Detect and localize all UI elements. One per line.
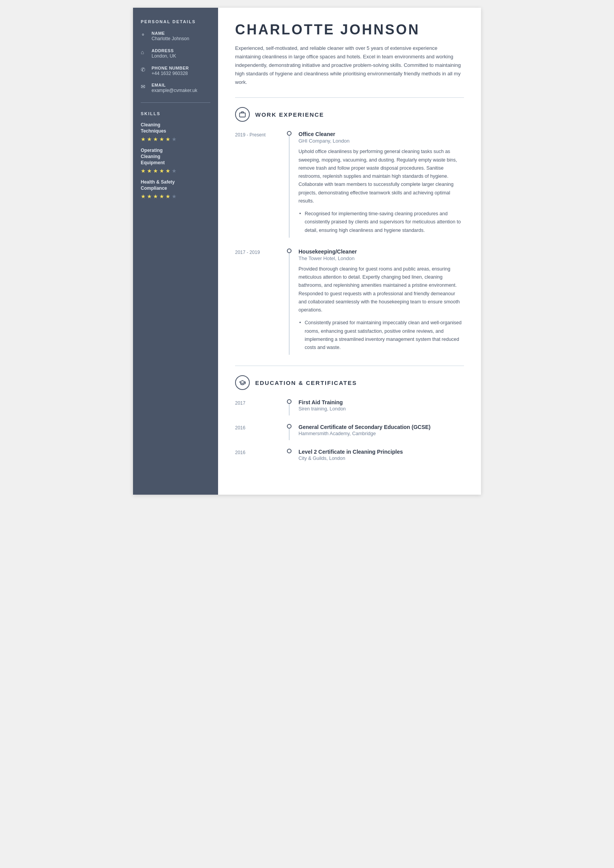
- job-desc-2: Provided thorough cleaning for guest roo…: [298, 265, 464, 315]
- timeline-dot-2: [287, 248, 292, 253]
- email-value: example@cvmaker.uk: [152, 87, 197, 94]
- edu-date-col-2: 2016: [235, 424, 285, 440]
- home-icon: ⌂: [141, 49, 148, 55]
- edu-year-3: 2016: [235, 450, 246, 455]
- star-1: ★: [141, 193, 146, 199]
- edu-dot-3: [287, 449, 292, 453]
- skill-stars-operating: ★ ★ ★ ★ ★ ★: [141, 168, 210, 174]
- sidebar-divider: [141, 102, 210, 103]
- job-content-2: Housekeeping/Cleaner The Tower Hotel, Lo…: [298, 248, 464, 355]
- edu-connector-3: [285, 449, 293, 461]
- email-detail: ✉ Email example@cvmaker.uk: [141, 83, 210, 94]
- job-date-2: 2017 - 2019: [235, 250, 260, 255]
- edu-line-1: [289, 404, 290, 415]
- timeline-connector-2: [285, 248, 293, 355]
- edu-content-3: Level 2 Certificate in Cleaning Principl…: [298, 449, 464, 461]
- job-content-1: Office Cleaner GHI Company, London Uphol…: [298, 131, 464, 238]
- edu-connector-1: [285, 399, 293, 415]
- main-content: CHARLOTTE JOHNSON Experienced, self-moti…: [218, 8, 481, 495]
- timeline-line-2: [289, 253, 290, 355]
- star-1: ★: [141, 136, 146, 142]
- job-company-1: GHI Company, London: [298, 138, 464, 144]
- edu-institution-1: Siren training, London: [298, 406, 464, 412]
- edu-dot-2: [287, 424, 292, 429]
- email-icon: ✉: [141, 83, 148, 90]
- svg-rect-0: [240, 113, 246, 117]
- education-title: EDUCATION & CERTIFICATES: [255, 380, 357, 386]
- candidate-name: CHARLOTTE JOHNSON: [235, 22, 464, 38]
- work-experience-title: WORK EXPERIENCE: [255, 111, 324, 118]
- edu-institution-2: Hammersmith Academy, Cambridge: [298, 431, 464, 436]
- star-5: ★: [165, 136, 171, 142]
- edu-dot-1: [287, 399, 292, 404]
- star-3: ★: [153, 136, 158, 142]
- edu-item-1: 2017 First Aid Training Siren training, …: [235, 399, 464, 415]
- edu-title-2: General Certificate of Secondary Educati…: [298, 424, 464, 430]
- edu-date-col-1: 2017: [235, 399, 285, 415]
- star-6: ★: [172, 168, 177, 174]
- timeline-connector-1: [285, 131, 293, 238]
- skill-name-health: Health & SafetyCompliance: [141, 179, 210, 191]
- star-3: ★: [153, 193, 158, 199]
- person-icon: ⚬: [141, 32, 148, 38]
- personal-details-title: PERSONAL DETAILS: [141, 19, 210, 24]
- skill-name-operating: OperatingCleaningEquipment: [141, 148, 210, 166]
- address-label: Address: [152, 48, 176, 53]
- star-2: ★: [147, 193, 152, 199]
- address-value: London, UK: [152, 53, 176, 60]
- job-item-2: 2017 - 2019 Housekeeping/Cleaner The Tow…: [235, 248, 464, 355]
- bullet-1-1: Recognised for implementing time-saving …: [298, 210, 464, 235]
- edu-divider: [235, 366, 464, 366]
- job-item-1: 2019 - Present Office Cleaner GHI Compan…: [235, 131, 464, 238]
- star-2: ★: [147, 168, 152, 174]
- address-detail: ⌂ Address London, UK: [141, 48, 210, 60]
- education-header: EDUCATION & CERTIFICATES: [235, 375, 464, 390]
- skill-operating-equipment: OperatingCleaningEquipment ★ ★ ★ ★ ★ ★: [141, 148, 210, 174]
- star-6: ★: [172, 136, 177, 142]
- skill-name-cleaning: CleaningTechniques: [141, 122, 210, 134]
- star-1: ★: [141, 168, 146, 174]
- job-date-1: 2019 - Present: [235, 132, 266, 138]
- job-date-col-1: 2019 - Present: [235, 131, 285, 238]
- phone-label: Phone number: [152, 66, 189, 70]
- skill-stars-cleaning: ★ ★ ★ ★ ★ ★: [141, 136, 210, 142]
- work-experience-header: WORK EXPERIENCE: [235, 107, 464, 122]
- job-bullets-2: Consistently praised for maintaining imp…: [298, 319, 464, 352]
- job-title-1: Office Cleaner: [298, 131, 464, 137]
- phone-icon: ✆: [141, 66, 148, 73]
- job-date-col-2: 2017 - 2019: [235, 248, 285, 355]
- job-bullets-1: Recognised for implementing time-saving …: [298, 210, 464, 235]
- star-2: ★: [147, 136, 152, 142]
- email-label: Email: [152, 83, 197, 87]
- job-desc-1: Uphold office cleanliness by performing …: [298, 148, 464, 205]
- edu-item-3: 2016 Level 2 Certificate in Cleaning Pri…: [235, 449, 464, 461]
- skill-stars-health: ★ ★ ★ ★ ★ ★: [141, 193, 210, 199]
- star-3: ★: [153, 168, 158, 174]
- sidebar: PERSONAL DETAILS ⚬ Name Charlotte Johnso…: [133, 8, 218, 495]
- edu-content-2: General Certificate of Secondary Educati…: [298, 424, 464, 440]
- work-divider: [235, 97, 464, 98]
- skill-health-safety: Health & SafetyCompliance ★ ★ ★ ★ ★ ★: [141, 179, 210, 199]
- resume-container: PERSONAL DETAILS ⚬ Name Charlotte Johnso…: [133, 8, 481, 495]
- edu-line-2: [289, 429, 290, 440]
- briefcase-icon-circle: [235, 107, 250, 122]
- graduation-icon-circle: [235, 375, 250, 390]
- edu-item-2: 2016 General Certificate of Secondary Ed…: [235, 424, 464, 440]
- phone-value: +44 1632 960328: [152, 70, 189, 77]
- edu-title-3: Level 2 Certificate in Cleaning Principl…: [298, 449, 464, 455]
- name-detail: ⚬ Name Charlotte Johnson: [141, 31, 210, 42]
- timeline-line-1: [289, 136, 290, 238]
- phone-detail: ✆ Phone number +44 1632 960328: [141, 66, 210, 77]
- star-5: ★: [165, 168, 171, 174]
- star-4: ★: [159, 168, 164, 174]
- star-5: ★: [165, 193, 171, 199]
- edu-date-col-3: 2016: [235, 449, 285, 461]
- edu-connector-2: [285, 424, 293, 440]
- skills-title: SKILLS: [141, 111, 210, 116]
- star-6: ★: [172, 193, 177, 199]
- star-4: ★: [159, 193, 164, 199]
- candidate-summary: Experienced, self-motivated, and reliabl…: [235, 44, 464, 87]
- timeline-dot-1: [287, 131, 292, 136]
- skill-cleaning-techniques: CleaningTechniques ★ ★ ★ ★ ★ ★: [141, 122, 210, 142]
- edu-content-1: First Aid Training Siren training, Londo…: [298, 399, 464, 415]
